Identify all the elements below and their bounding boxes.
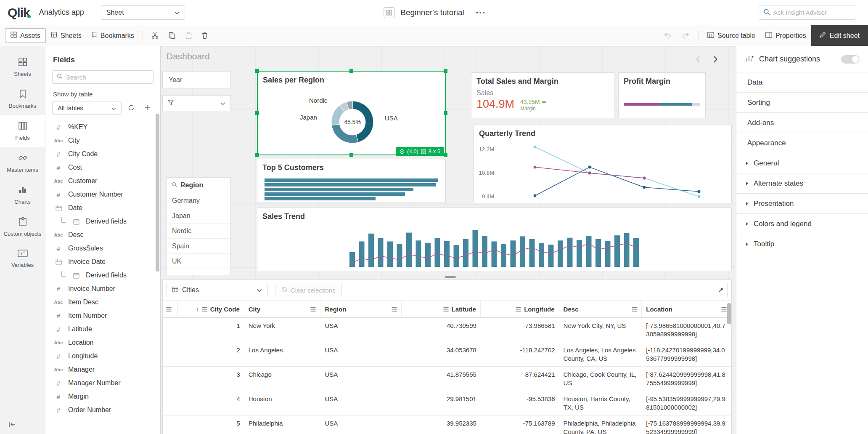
- rail-item-custom-objects[interactable]: Custom objects: [0, 211, 45, 243]
- clear-selections-button[interactable]: Clear selections: [275, 283, 342, 297]
- cell-city[interactable]: Philadelphia: [244, 415, 321, 434]
- rail-item-variables[interactable]: x=Variables: [0, 243, 45, 274]
- delete-icon[interactable]: [197, 32, 213, 39]
- cell-city-code[interactable]: 2: [178, 342, 244, 366]
- sheets-button[interactable]: Sheets: [46, 29, 87, 43]
- reload-fields-icon[interactable]: [125, 101, 138, 114]
- copy-icon[interactable]: [164, 32, 180, 39]
- previous-sheet-icon[interactable]: [691, 53, 704, 66]
- document-title[interactable]: Beginner's tutorial: [400, 8, 464, 17]
- sheet-view-select[interactable]: Sheet: [101, 5, 185, 20]
- properties-button[interactable]: Properties: [760, 29, 811, 43]
- cell-latitude[interactable]: 39.952335: [402, 415, 481, 434]
- region-option-germany[interactable]: Germany: [167, 193, 230, 208]
- cell-longitude[interactable]: -73.986581: [481, 318, 559, 342]
- fields-search[interactable]: [52, 70, 153, 84]
- cities-dimension-select[interactable]: Cities: [167, 283, 267, 297]
- field-item-latitude[interactable]: #Latitude: [45, 322, 160, 336]
- rail-item-master-items[interactable]: Master items: [0, 147, 45, 179]
- chart-quarterly-trend[interactable]: Quarterly Trend 12.2M10.8M9.4M: [474, 125, 732, 203]
- insight-advisor-search[interactable]: [759, 5, 855, 20]
- customer-bar[interactable]: [265, 192, 405, 196]
- cell-region[interactable]: USA: [320, 367, 402, 391]
- table-row[interactable]: 4HoustonUSA29.981501-95.53836Houston, Ha…: [163, 391, 731, 415]
- prop-subsection-tooltip[interactable]: Tooltip: [736, 234, 868, 254]
- field-item-manager[interactable]: AbcManager: [45, 363, 160, 376]
- column-header-latitude[interactable]: Latitude: [402, 301, 481, 317]
- column-menu-icon[interactable]: [516, 306, 521, 313]
- cell-city[interactable]: Los Angeles: [244, 342, 321, 366]
- cell-desc[interactable]: New York City, NY, US: [559, 318, 642, 342]
- chart-suggestions-toggle[interactable]: [841, 55, 860, 64]
- field-item-desc[interactable]: AbcDesc: [45, 228, 160, 242]
- field-item-order-number[interactable]: #Order Number: [45, 403, 160, 415]
- cell-region[interactable]: USA: [320, 342, 402, 366]
- field-item-manager-number[interactable]: #Manager Number: [45, 376, 160, 390]
- field-item-location[interactable]: AbcLocation: [45, 336, 160, 349]
- cell-desc[interactable]: Los Angeles, Los Angeles County, CA, US: [559, 342, 642, 366]
- assets-button[interactable]: Assets: [5, 28, 46, 43]
- fields-search-input[interactable]: [66, 74, 150, 81]
- resize-handle[interactable]: [349, 69, 353, 73]
- cell-latitude[interactable]: 41.875555: [402, 367, 481, 391]
- field-item-date[interactable]: Date: [45, 201, 160, 215]
- prop-section-appearance[interactable]: Appearance: [736, 133, 868, 153]
- region-listbox[interactable]: Region GermanyJapanNordicSpainUK: [166, 177, 231, 275]
- collapse-panel-icon[interactable]: [8, 421, 16, 429]
- table-row[interactable]: 1New YorkUSA40.730599-73.986581New York …: [163, 318, 731, 342]
- chart-top-5-customers[interactable]: Top 5 Customers: [257, 159, 446, 203]
- cell-location[interactable]: [-87.624420999999998,41.875554999999999]: [642, 367, 731, 391]
- cell-desc[interactable]: Houston, Harris County, TX, US: [559, 391, 642, 415]
- cell-longitude[interactable]: -75.163789: [481, 415, 559, 434]
- column-header-city[interactable]: City: [244, 301, 321, 317]
- field-item-key[interactable]: #%KEY: [45, 120, 160, 134]
- region-option-nordic[interactable]: Nordic: [167, 224, 230, 239]
- table-row[interactable]: 5PhiladelphiaUSA39.952335-75.163789Phila…: [163, 415, 731, 434]
- chart-sales-trend[interactable]: Sales Trend: [257, 208, 732, 271]
- column-header-longitude[interactable]: Longitude: [481, 301, 559, 317]
- column-header-region[interactable]: Region: [320, 301, 402, 317]
- add-field-icon[interactable]: [141, 101, 153, 114]
- column-header-location[interactable]: Location: [642, 301, 731, 317]
- cell-city-code[interactable]: 5: [178, 415, 244, 434]
- cell-city-code[interactable]: 1: [178, 318, 244, 342]
- cell-location[interactable]: [-75.163788999999994,39.952334999999999]: [642, 415, 731, 434]
- table-scrollbar[interactable]: [727, 303, 731, 324]
- resize-handle[interactable]: [349, 153, 353, 157]
- source-table-button[interactable]: Source table: [702, 29, 760, 43]
- column-menu-icon[interactable]: [202, 306, 207, 313]
- next-sheet-icon[interactable]: [709, 53, 722, 66]
- chart-sales-per-region[interactable]: Sales per Region 45.5% Nordic Japan USA …: [257, 71, 446, 155]
- qlik-logo[interactable]: Qlik: [8, 5, 30, 20]
- field-item-invoice-date[interactable]: Invoice Date: [45, 255, 160, 269]
- filter-dropdown[interactable]: [162, 95, 231, 111]
- field-item-margin[interactable]: #Margin: [45, 390, 160, 403]
- prop-subsection-general[interactable]: General: [736, 153, 868, 173]
- cut-icon[interactable]: [146, 32, 164, 39]
- field-item-city[interactable]: AbcCity: [45, 134, 160, 147]
- field-item-derived-fields[interactable]: Derived fields: [45, 269, 160, 282]
- cell-desc[interactable]: Philadelphia, Philadelphia County, PA, U…: [559, 415, 642, 434]
- cell-city[interactable]: Houston: [244, 391, 321, 415]
- cell-city-code[interactable]: 4: [178, 391, 244, 415]
- cell-longitude[interactable]: -118.242702: [481, 342, 559, 366]
- prop-section-add-ons[interactable]: Add-ons: [736, 113, 868, 133]
- rail-item-fields[interactable]: Fields: [0, 115, 45, 147]
- prop-subsection-colors-and-legend[interactable]: Colors and legend: [736, 214, 868, 234]
- column-menu-icon[interactable]: [443, 306, 449, 313]
- cell-location[interactable]: [-118.24270199999999,34.053677999999998]: [642, 342, 731, 366]
- paste-icon[interactable]: [180, 32, 197, 39]
- field-item-city-code[interactable]: #City Code: [45, 147, 160, 161]
- field-item-cost[interactable]: #Cost: [45, 161, 160, 174]
- cell-latitude[interactable]: 34.053678: [402, 342, 481, 366]
- sheet-canvas[interactable]: Dashboard Year Sales per Region 45.5% No…: [161, 46, 736, 434]
- field-item-invoice-number[interactable]: #Invoice Number: [45, 282, 160, 296]
- field-item-longitude[interactable]: #Longitude: [45, 349, 160, 363]
- cell-location[interactable]: [-73.986581000000001,40.730598999999998]: [642, 318, 731, 342]
- resize-handle[interactable]: [444, 153, 447, 157]
- prop-subsection-presentation[interactable]: Presentation: [736, 194, 868, 214]
- panel-resize-grip[interactable]: [445, 276, 456, 278]
- more-menu-icon[interactable]: [476, 12, 484, 13]
- region-option-japan[interactable]: Japan: [167, 208, 230, 224]
- cell-longitude[interactable]: -95.53836: [481, 391, 559, 415]
